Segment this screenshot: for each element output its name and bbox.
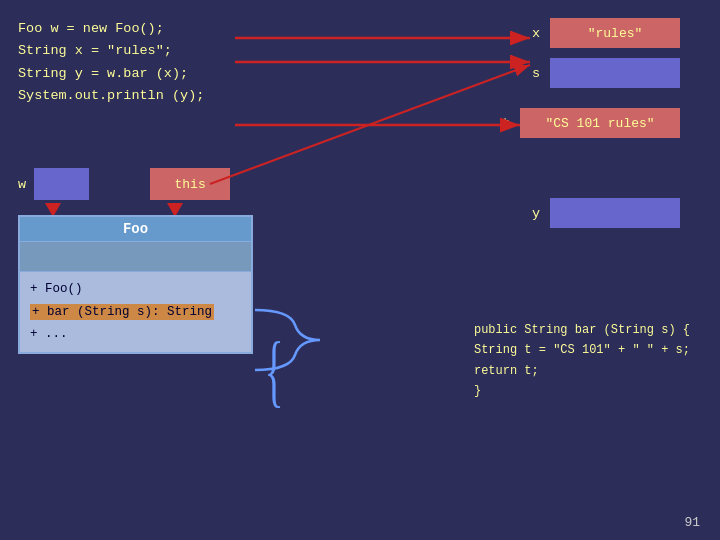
bar-method-highlight: + bar (String s): String	[30, 304, 214, 320]
curly-brace: {	[265, 330, 284, 410]
var-label-y: y	[526, 206, 540, 221]
foo-class-methods: + Foo() + bar (String s): String + ...	[20, 272, 251, 352]
var-box-s	[550, 58, 680, 88]
bar-code-line4: }	[474, 381, 690, 401]
code-block: Foo w = new Foo(); String x = "rules"; S…	[18, 18, 204, 107]
code-line-3: String y = w.bar (x);	[18, 63, 204, 85]
bar-code-line2: String t = "CS 101" + " " + s;	[474, 340, 690, 360]
foo-bar-method: + bar (String s): String	[30, 301, 241, 324]
bar-code-line1: public String bar (String s) {	[474, 320, 690, 340]
code-line-4: System.out.println (y);	[18, 85, 204, 107]
var-box-t: "CS 101 rules"	[520, 108, 680, 138]
foo-class-fields	[20, 242, 251, 272]
var-panel: x "rules" s	[526, 18, 680, 88]
this-box: this	[150, 168, 230, 200]
var-box-y	[550, 198, 680, 228]
var-box-x: "rules"	[550, 18, 680, 48]
foo-constructor: + Foo()	[30, 278, 241, 301]
var-label-t: t	[496, 116, 510, 131]
var-row-x: x "rules"	[526, 18, 680, 48]
foo-ellipsis: + ...	[30, 323, 241, 346]
var-value-t: "CS 101 rules"	[545, 116, 654, 131]
code-line-1: Foo w = new Foo();	[18, 18, 204, 40]
var-value-x: "rules"	[588, 26, 643, 41]
this-label: this	[175, 177, 206, 192]
bar-code-block: public String bar (String s) { String t …	[474, 320, 690, 402]
code-line-2: String x = "rules";	[18, 40, 204, 62]
var-label-s: s	[526, 66, 540, 81]
var-label-x: x	[526, 26, 540, 41]
svg-line-5	[210, 65, 530, 184]
var-row-s: s	[526, 58, 680, 88]
foo-class-title: Foo	[20, 217, 251, 242]
page-number: 91	[684, 515, 700, 530]
slide: Foo w = new Foo(); String x = "rules"; S…	[0, 0, 720, 540]
bar-code-line3: return t;	[474, 361, 690, 381]
foo-class-box: Foo + Foo() + bar (String s): String + .…	[18, 215, 253, 354]
var-box-w	[34, 168, 89, 200]
var-label-w: w	[18, 177, 26, 192]
